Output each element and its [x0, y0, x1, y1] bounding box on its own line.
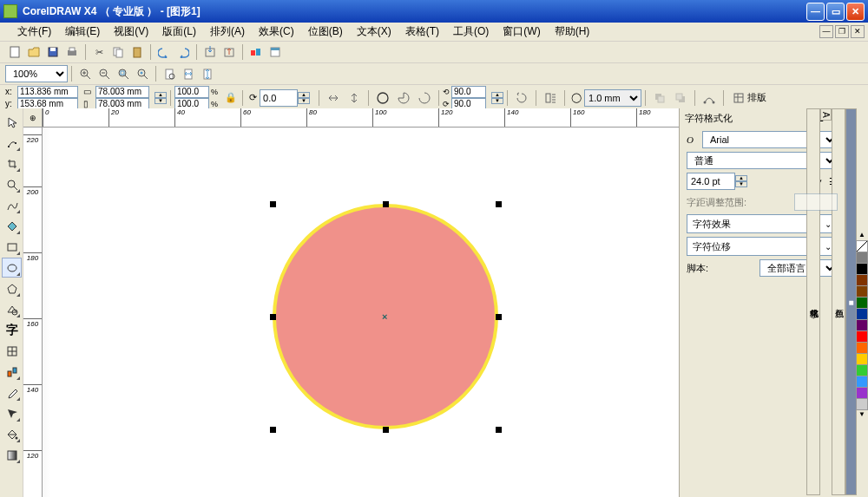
mdi-restore-button[interactable]: ❐: [835, 25, 849, 38]
layout-panel-button[interactable]: 排版: [728, 88, 771, 108]
palette-swatch[interactable]: [856, 297, 868, 309]
save-button[interactable]: [43, 43, 62, 62]
menu-text[interactable]: 文本(X): [350, 23, 398, 41]
rotation-spinner[interactable]: ▲▼: [298, 92, 310, 104]
font-size-spinner[interactable]: ▲▼: [735, 175, 747, 187]
outline-tool[interactable]: [2, 403, 22, 423]
arc-mode-button[interactable]: [415, 88, 434, 108]
zoom-width-button[interactable]: [179, 64, 198, 83]
menu-window[interactable]: 窗口(W): [496, 23, 547, 41]
paste-button[interactable]: [128, 43, 147, 62]
scale-x-input[interactable]: [174, 86, 209, 98]
palette-scroll-up[interactable]: ▲: [856, 230, 868, 240]
polygon-tool[interactable]: [2, 278, 22, 298]
copy-button[interactable]: [108, 43, 128, 62]
palette-swatch[interactable]: [856, 387, 868, 399]
shape-tool[interactable]: [2, 133, 22, 153]
new-button[interactable]: [5, 43, 24, 62]
smart-fill-tool[interactable]: [2, 216, 22, 236]
selection-handle-tl[interactable]: [270, 201, 276, 207]
angle-start-input[interactable]: [451, 86, 486, 98]
palette-swatch[interactable]: [856, 285, 868, 298]
menu-edit[interactable]: 编辑(E): [58, 23, 107, 41]
undo-button[interactable]: [155, 43, 174, 62]
menu-file[interactable]: 文件(F): [10, 23, 58, 41]
open-button[interactable]: [24, 43, 43, 62]
font-size-input[interactable]: [687, 173, 735, 190]
mirror-v-button[interactable]: [345, 88, 364, 108]
zoom-out-button[interactable]: [95, 64, 114, 83]
x-position-input[interactable]: [17, 86, 78, 98]
palette-swatch[interactable]: [856, 308, 868, 320]
palette-swatch[interactable]: [856, 274, 868, 286]
pie-mode-button[interactable]: [394, 88, 413, 108]
to-back-button[interactable]: [671, 88, 690, 108]
palette-swatch[interactable]: [856, 364, 868, 376]
script-select[interactable]: 全部语言: [760, 259, 838, 277]
zoom-height-button[interactable]: [198, 64, 217, 83]
redo-button[interactable]: [174, 43, 193, 62]
selection-handle-mr[interactable]: [496, 314, 502, 320]
window-maximize-button[interactable]: ▭: [826, 3, 845, 21]
zoom-all-button[interactable]: [133, 64, 152, 83]
ellipse-mode-button[interactable]: [373, 88, 392, 108]
side-tab-charfmt[interactable]: 字符格式化: [806, 108, 820, 495]
rotation-input[interactable]: [260, 89, 298, 107]
rect-tool[interactable]: [2, 237, 22, 257]
lock-aspect-button[interactable]: 🔒: [225, 92, 237, 103]
menu-layout[interactable]: 版面(L): [155, 23, 203, 41]
reverse-arc-button[interactable]: [512, 88, 531, 108]
eyedropper-tool[interactable]: [2, 383, 22, 402]
selection-handle-br[interactable]: [496, 427, 502, 433]
palette-swatch[interactable]: [856, 353, 868, 365]
selection-handle-bl[interactable]: [270, 427, 276, 433]
app-launcher-button[interactable]: [247, 43, 266, 62]
ellipse-tool[interactable]: [2, 258, 22, 278]
side-tab-colors[interactable]: 颜色: [832, 108, 845, 495]
zoom-page-button[interactable]: [160, 64, 179, 83]
table-tool[interactable]: [2, 341, 22, 361]
palette-swatch[interactable]: [856, 330, 868, 343]
outline-width-select[interactable]: 1.0 mm: [584, 89, 641, 107]
import-button[interactable]: [201, 43, 220, 62]
export-button[interactable]: [220, 43, 239, 62]
palette-swatch[interactable]: [856, 263, 868, 275]
palette-scroll-down[interactable]: ▼: [856, 409, 868, 420]
menu-table[interactable]: 表格(T): [398, 23, 446, 41]
convert-curves-button[interactable]: [700, 88, 719, 108]
welcome-button[interactable]: [266, 43, 285, 62]
window-close-button[interactable]: ✕: [846, 3, 865, 21]
menu-effects[interactable]: 效果(C): [252, 23, 301, 41]
palette-swatch[interactable]: [856, 342, 868, 354]
selection-handle-tm[interactable]: [383, 201, 389, 207]
palette-swatch[interactable]: [856, 252, 868, 264]
palette-swatch[interactable]: [856, 319, 868, 331]
zoom-selection-button[interactable]: [114, 64, 133, 83]
print-button[interactable]: [62, 43, 82, 62]
zoom-tool[interactable]: [2, 174, 22, 194]
menu-help[interactable]: 帮助(H): [548, 23, 597, 41]
window-minimize-button[interactable]: —: [806, 3, 825, 21]
side-tab-text-icon[interactable]: A: [820, 108, 832, 121]
wrap-text-button[interactable]: [541, 88, 560, 108]
menu-tools[interactable]: 工具(O): [446, 23, 496, 41]
mirror-h-button[interactable]: [324, 88, 343, 108]
crop-tool[interactable]: [2, 154, 22, 173]
text-tool[interactable]: 字: [2, 320, 22, 340]
palette-swatch[interactable]: [856, 398, 868, 410]
cut-button[interactable]: ✂: [89, 43, 108, 62]
selection-handle-ml[interactable]: [270, 314, 276, 320]
zoom-level-select[interactable]: 100%: [5, 65, 68, 82]
freehand-tool[interactable]: [2, 195, 22, 215]
menu-arrange[interactable]: 排列(A): [203, 23, 252, 41]
mdi-minimize-button[interactable]: —: [819, 25, 833, 38]
basic-shapes-tool[interactable]: [2, 299, 22, 319]
mdi-close-button[interactable]: ✕: [851, 25, 865, 38]
selection-handle-tr[interactable]: [496, 201, 502, 207]
width-input[interactable]: [95, 86, 149, 98]
menu-bitmap[interactable]: 位图(B): [301, 23, 350, 41]
to-front-button[interactable]: [650, 88, 669, 108]
fill-tool[interactable]: [2, 424, 22, 444]
blend-tool[interactable]: [2, 362, 22, 382]
selection-center-marker[interactable]: ×: [382, 311, 387, 322]
